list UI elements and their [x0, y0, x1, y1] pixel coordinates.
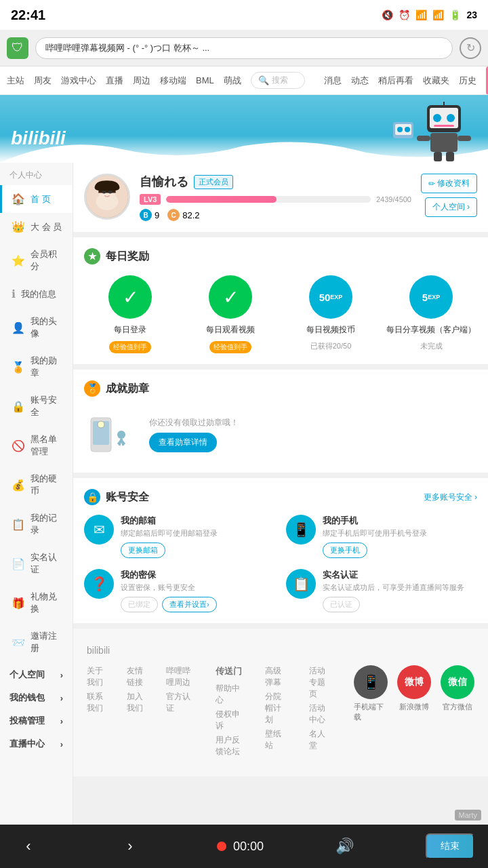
- social-wechat[interactable]: 微信 官方微信: [441, 665, 474, 760]
- footer-col-bili: 哔哩哔哩周边 官方认证: [166, 665, 195, 760]
- forward-button[interactable]: ›: [115, 831, 145, 861]
- realname-done-button[interactable]: 已认证: [323, 597, 360, 612]
- footer-content: 关于我们 联系我们 友情链接 加入我们 哔哩哔哩周边 官方认证 传送门 帮助中心…: [87, 665, 474, 760]
- sidebar-item-home[interactable]: 🏠 首 页: [0, 185, 73, 213]
- record-time: 00:00: [233, 840, 264, 854]
- sidebar-group-wallet[interactable]: 我的钱包 ›: [0, 685, 73, 708]
- sidebar-item-coins[interactable]: 💰 我的硬币: [0, 465, 73, 505]
- svg-rect-4: [434, 125, 454, 127]
- footer-link-official[interactable]: 官方认证: [166, 691, 195, 714]
- security-more-link[interactable]: 更多账号安全 ›: [424, 492, 477, 503]
- social-mobile-download[interactable]: 📱 手机端下载: [354, 665, 388, 760]
- nav-shaohou[interactable]: 稍后再看: [378, 75, 413, 87]
- nav-zhouyou[interactable]: 周友: [34, 75, 52, 87]
- lock-icon: 🔒: [12, 400, 25, 413]
- url-bar[interactable]: 哔哩哔哩弹幕视频网 - (° -° )つ口 乾杯～ ...: [35, 37, 453, 59]
- profile-card: 自愉れる 正式会员 LV3 2439/4500 B 9: [73, 163, 488, 232]
- sidebar-item-invite[interactable]: 📨 邀请注册: [0, 623, 73, 662]
- b-coin-icon: B: [140, 209, 152, 221]
- achievement-empty-state: 你还没有领取过勋章哦！ 查看勋章详情: [84, 408, 477, 462]
- nav-xiaoxi[interactable]: 消息: [324, 75, 342, 87]
- sidebar-item-points[interactable]: ⭐ 会员积分: [0, 241, 73, 280]
- footer-link-about[interactable]: 关于我们: [87, 665, 106, 688]
- nav-shoucang[interactable]: 收藏夹: [423, 75, 449, 87]
- email-icon-circle: ✉: [84, 515, 114, 545]
- svg-rect-11: [458, 136, 471, 141]
- sidebar-item-vip[interactable]: 👑 大 会 员: [0, 213, 73, 241]
- reward-daily-coin: 50EXP 每日视频投币 已获得20/50: [285, 275, 377, 353]
- social-weibo[interactable]: 微博 新浪微博: [397, 665, 431, 760]
- footer-link-merch[interactable]: 哔哩哔哩周边: [166, 665, 195, 688]
- daily-rewards-section: ★ 每日奖励 ✓ 每日登录 经验值到手 ✓ 每日观看视频 经验值到手: [73, 237, 488, 364]
- record-section: 00:00: [217, 840, 264, 854]
- reload-button[interactable]: ↻: [460, 37, 481, 59]
- status-time: 22:41: [11, 7, 45, 23]
- achievement-illustration: [84, 414, 138, 455]
- nav-meng[interactable]: 萌战: [224, 75, 241, 87]
- space-arrow-icon: ›: [60, 670, 63, 680]
- nav-zhibo[interactable]: 直播: [106, 75, 123, 87]
- change-email-button[interactable]: 更换邮箱: [121, 542, 165, 558]
- reward-title-icon: ★: [84, 248, 100, 264]
- footer-link-contact[interactable]: 联系我们: [87, 691, 106, 714]
- mute-icon: 🔇: [382, 9, 393, 20]
- footer-link-danmu[interactable]: 高级弹幕: [265, 665, 289, 688]
- change-phone-button[interactable]: 更换手机: [323, 542, 367, 558]
- nav-youxi[interactable]: 游戏中心: [61, 75, 96, 87]
- search-box[interactable]: 🔍 搜索: [251, 72, 305, 89]
- footer-link-feedback[interactable]: 用户反馈论坛: [216, 734, 245, 757]
- footer-link-join[interactable]: 加入我们: [127, 691, 146, 714]
- achievement-title: 🏅 成就勋章: [84, 380, 477, 397]
- coins-row: B 9 C 82.2: [140, 209, 411, 221]
- view-medals-button[interactable]: 查看勋章详情: [149, 433, 217, 452]
- nav-zhoubian[interactable]: 周边: [133, 75, 150, 87]
- personal-space-button[interactable]: 个人空间 ›: [425, 197, 477, 217]
- edit-profile-button[interactable]: ✏ 修改资料: [421, 174, 477, 193]
- sidebar-item-security[interactable]: 🔒 账号安全: [0, 387, 73, 426]
- nav-bml[interactable]: BML: [196, 75, 214, 85]
- footer-link-wallpaper[interactable]: 壁纸站: [265, 728, 289, 751]
- footer-link-sorting[interactable]: 分院帽计划: [265, 691, 289, 726]
- sidebar-group-submit[interactable]: 投稿管理 ›: [0, 708, 73, 731]
- reward-watch-label: 每日观看视频: [206, 324, 255, 336]
- sidebar-coins-label: 我的硬币: [30, 473, 63, 497]
- top-nav: 主站 周友 游戏中心 直播 周边 移动端 BML 萌战 🔍 搜索 消息 动态 稍…: [0, 66, 488, 95]
- footer-link-copyright[interactable]: 侵权申诉: [216, 709, 245, 732]
- footer-col-links: 友情链接 加入我们: [127, 665, 146, 760]
- sidebar-item-history[interactable]: 📋 我的记录: [0, 505, 73, 544]
- footer-link-help[interactable]: 帮助中心: [216, 683, 245, 706]
- hint-done-button[interactable]: 已绑定: [121, 597, 158, 612]
- svg-point-24: [117, 431, 125, 439]
- achievement-title-icon: 🏅: [84, 380, 100, 397]
- nav-yidong[interactable]: 移动端: [160, 75, 186, 87]
- sidebar-item-medals[interactable]: 🏅 我的勋章: [0, 347, 73, 387]
- sidebar-item-blacklist[interactable]: 🚫 黑名单管理: [0, 426, 73, 465]
- sidebar-group-space[interactable]: 个人空间 ›: [0, 662, 73, 685]
- footer-link-friendly[interactable]: 友情链接: [127, 665, 146, 688]
- block-icon: 🚫: [12, 439, 25, 452]
- user-avatar: [84, 174, 130, 220]
- svg-rect-7: [430, 133, 458, 152]
- nav-zhuzhan[interactable]: 主站: [7, 75, 24, 87]
- sidebar-space-label: 个人空间: [9, 669, 45, 681]
- hint-settings-button[interactable]: 查看并设置›: [162, 597, 217, 612]
- reward-daily-watch: ✓ 每日观看视频 经验值到手: [184, 275, 277, 353]
- sidebar-medals-label: 我的勋章: [30, 355, 63, 379]
- footer-link-activity[interactable]: 活动专题页: [309, 665, 333, 700]
- nav-lishi[interactable]: 历史: [459, 75, 476, 87]
- footer-link-celebs[interactable]: 名人堂: [309, 728, 333, 751]
- footer-col-features: 高级弹幕 分院帽计划 壁纸站: [265, 665, 289, 760]
- nav-dongtai[interactable]: 动态: [351, 75, 369, 87]
- sidebar-item-avatar[interactable]: 👤 我的头像: [0, 308, 73, 347]
- home-icon: 🏠: [12, 193, 25, 205]
- sidebar-item-realname[interactable]: 📄 实名认证: [0, 544, 73, 583]
- sidebar-item-gift[interactable]: 🎁 礼物兑换: [0, 583, 73, 623]
- footer-social: 📱 手机端下载 微博 新浪微博 微信 官方微信: [354, 665, 474, 760]
- sidebar-item-info[interactable]: ℹ 我的信息: [0, 280, 73, 308]
- end-button[interactable]: 结束: [426, 833, 474, 859]
- weibo-label: 新浪微博: [399, 702, 429, 712]
- svg-point-3: [447, 114, 455, 122]
- footer-link-activity-center[interactable]: 活动中心: [309, 703, 333, 726]
- back-button[interactable]: ‹: [14, 831, 43, 861]
- sidebar-group-live[interactable]: 直播中心 ›: [0, 731, 73, 754]
